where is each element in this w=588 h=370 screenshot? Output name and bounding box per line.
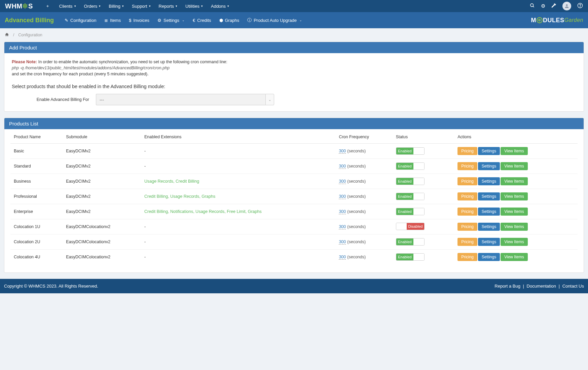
topnav-plus[interactable]: ＋: [41, 0, 54, 12]
settings-button[interactable]: Settings: [478, 177, 500, 185]
footer-link-documentation[interactable]: Documentation: [527, 284, 556, 289]
cron-value-link[interactable]: 300: [339, 224, 346, 229]
cron-value-link[interactable]: 300: [339, 239, 346, 245]
cron-value-link[interactable]: 300: [339, 194, 346, 199]
pricing-button[interactable]: Pricing: [457, 192, 477, 200]
topnav-item-orders[interactable]: Orders ▾: [80, 1, 105, 11]
cron-value-link[interactable]: 300: [339, 255, 346, 260]
cron-value-link[interactable]: 300: [339, 179, 346, 184]
avatar[interactable]: [562, 2, 571, 10]
subnav-icon: ⬢: [219, 18, 223, 23]
topnav-item-utilities[interactable]: Utilities ▾: [181, 1, 207, 11]
cell-product-name: Basic: [10, 144, 63, 159]
wrench-icon[interactable]: [551, 3, 556, 9]
cell-product-name: Enterprise: [10, 204, 63, 219]
status-toggle[interactable]: Enabled: [396, 238, 425, 246]
settings-button[interactable]: Settings: [478, 223, 500, 231]
cron-value-link[interactable]: 300: [339, 164, 346, 169]
topnav-item-support[interactable]: Support ▾: [128, 1, 155, 11]
status-toggle[interactable]: Enabled: [396, 147, 425, 155]
table-row: BusinessEasyDCIMv2Usage Records, Credit …: [10, 174, 578, 189]
settings-button[interactable]: Settings: [478, 208, 500, 216]
subnav-item-credits[interactable]: €Credits: [189, 16, 215, 25]
caret-down-icon: ▾: [149, 4, 151, 8]
subnav-item-settings[interactable]: ⚙Settings⌄: [153, 16, 189, 25]
subnav-item-product-auto-upgrade[interactable]: ⓘProduct Auto Upgrade⌄: [243, 15, 306, 25]
cell-extensions: -: [141, 159, 335, 174]
topnav-item-clients[interactable]: Clients ▾: [55, 1, 80, 11]
footer-link-contact[interactable]: Contact Us: [562, 284, 584, 289]
subnav-icon: ⚙: [157, 18, 161, 23]
subnav-item-configuration[interactable]: ✎Configuration: [61, 16, 100, 25]
status-toggle[interactable]: Enabled: [396, 253, 425, 261]
view-items-button[interactable]: View Items: [501, 223, 527, 231]
pricing-button[interactable]: Pricing: [457, 238, 477, 246]
topnav-left: ＋ Clients ▾Orders ▾Billing ▾Support ▾Rep…: [41, 0, 233, 12]
caret-down-icon: ⌄: [182, 18, 185, 22]
settings-button[interactable]: Settings: [478, 192, 500, 200]
search-icon[interactable]: [530, 3, 535, 9]
cogs-icon[interactable]: ⚙: [541, 3, 545, 9]
sub-navbar: Advanced Billing ✎Configuration≣Items$In…: [0, 12, 588, 28]
whmcs-logo[interactable]: WHM✲S: [5, 2, 33, 10]
cell-cron: 300(seconds): [335, 250, 392, 265]
toggle-handle: [413, 148, 424, 154]
view-items-button[interactable]: View Items: [501, 192, 527, 200]
cron-unit: (seconds): [347, 224, 366, 229]
topnav-item-label: Clients: [59, 4, 73, 9]
chevron-down-icon[interactable]: ⌄: [265, 94, 274, 105]
settings-button[interactable]: Settings: [478, 238, 500, 246]
svg-line-1: [533, 6, 534, 7]
col-cron-frequency: Cron Frequency: [335, 131, 392, 144]
status-toggle[interactable]: Enabled: [396, 193, 425, 200]
status-toggle[interactable]: Enabled: [396, 208, 425, 215]
pricing-button[interactable]: Pricing: [457, 208, 477, 216]
view-items-button[interactable]: View Items: [501, 162, 527, 170]
pricing-button[interactable]: Pricing: [457, 177, 477, 185]
extension-list: Credit Billing, Notifications, Usage Rec…: [144, 209, 262, 214]
subnav-item-items[interactable]: ≣Items: [100, 16, 125, 25]
table-row: EnterpriseEasyDCIMv2Credit Billing, Noti…: [10, 204, 578, 219]
footer-link-report-bug[interactable]: Report a Bug: [494, 284, 520, 289]
pricing-button[interactable]: Pricing: [457, 147, 477, 155]
product-select[interactable]: --- ⌄: [96, 94, 274, 105]
subnav-left: Advanced Billing ✎Configuration≣Items$In…: [5, 15, 306, 25]
cell-extensions: -: [141, 144, 335, 159]
subnav-item-invoices[interactable]: $Invoices: [125, 16, 153, 25]
breadcrumb-home-icon[interactable]: [5, 32, 9, 38]
pricing-button[interactable]: Pricing: [457, 253, 477, 261]
pricing-button[interactable]: Pricing: [457, 162, 477, 170]
status-toggle[interactable]: Disabled: [396, 223, 425, 230]
view-items-button[interactable]: View Items: [501, 208, 527, 216]
cron-unit: (seconds): [347, 255, 366, 259]
subnav-item-graphs[interactable]: ⬢Graphs: [215, 16, 244, 25]
cell-cron: 300(seconds): [335, 144, 392, 159]
cell-cron: 300(seconds): [335, 204, 392, 219]
toggle-handle: [413, 254, 424, 260]
view-items-button[interactable]: View Items: [501, 147, 527, 155]
status-toggle[interactable]: Enabled: [396, 162, 425, 170]
cron-value-link[interactable]: 300: [339, 209, 346, 214]
modulesgarden-logo[interactable]: M✲DULESGarden: [531, 17, 583, 24]
help-icon[interactable]: [577, 3, 583, 9]
topnav-item-addons[interactable]: Addons ▾: [207, 1, 233, 11]
cron-unit: (seconds): [347, 149, 366, 153]
pricing-button[interactable]: Pricing: [457, 223, 477, 231]
topnav-item-billing[interactable]: Billing ▾: [105, 1, 128, 11]
toggle-label: Enabled: [396, 208, 413, 215]
settings-button[interactable]: Settings: [478, 162, 500, 170]
cron-value-link[interactable]: 300: [339, 149, 346, 154]
add-product-heading: Add Product: [4, 42, 584, 53]
view-items-button[interactable]: View Items: [501, 253, 527, 261]
cell-product-name: Colocation 4U: [10, 250, 63, 265]
view-items-button[interactable]: View Items: [501, 238, 527, 246]
topnav-item-reports[interactable]: Reports ▾: [155, 1, 182, 11]
view-items-button[interactable]: View Items: [501, 177, 527, 185]
cell-submodule: EasyDCIMColocationv2: [63, 234, 141, 250]
settings-button[interactable]: Settings: [478, 147, 500, 155]
cell-actions: PricingSettingsView Items: [454, 204, 578, 219]
toggle-handle: [413, 178, 424, 185]
settings-button[interactable]: Settings: [478, 253, 500, 261]
status-toggle[interactable]: Enabled: [396, 178, 425, 185]
product-select-value: ---: [96, 94, 265, 105]
